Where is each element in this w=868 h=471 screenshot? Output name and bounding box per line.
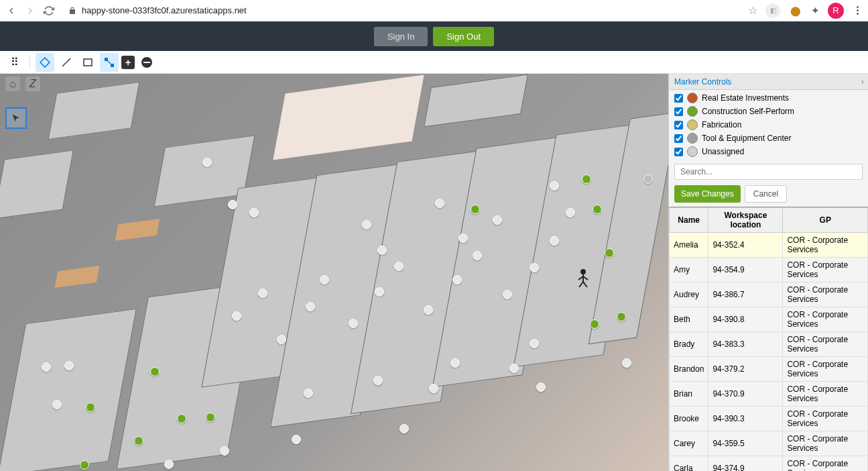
table-row[interactable]: Brandon 94-379.2 COR - Corporate Service… <box>670 357 868 382</box>
legend-dot <box>687 106 698 117</box>
col-name[interactable]: Name <box>670 208 708 233</box>
chrome-menu-icon[interactable] <box>852 5 863 16</box>
cell-name: Amy <box>670 258 708 282</box>
legend-row: Construction Self-Perform <box>674 105 863 118</box>
people-table[interactable]: Name Workspace location GP Amelia 94-352… <box>669 207 868 471</box>
table-row[interactable]: Beth 94-390.8 COR - Corporate Services <box>670 307 868 332</box>
legend-dot <box>687 119 698 130</box>
sign-in-button[interactable]: Sign In <box>374 27 428 46</box>
table-row[interactable]: Amy 94-354.9 COR - Corporate Services <box>670 258 868 282</box>
add-tool[interactable]: + <box>121 56 135 69</box>
cell-gp: COR - Corporate Services <box>783 456 868 472</box>
cell-gp: COR - Corporate Services <box>783 407 868 431</box>
cell-name: Brady <box>670 332 708 357</box>
legend-label: Tool & Equipment Center <box>702 134 791 143</box>
legend-row: Real Estate Investments <box>674 91 863 105</box>
profile-avatar[interactable]: R <box>828 3 844 19</box>
cell-gp: COR - Corporate Services <box>783 258 868 282</box>
person-marker[interactable] <box>576 268 590 287</box>
connect-tool[interactable] <box>100 53 119 72</box>
address-bar[interactable]: happy-stone-033f3fc0f.azurestaticapps.ne… <box>62 3 741 18</box>
legend-label: Real Estate Investments <box>702 93 789 103</box>
ext-icon-1[interactable]: ◧ <box>765 3 780 18</box>
cell-workspace: 94-386.7 <box>708 282 783 307</box>
cell-workspace: 94-390.3 <box>708 407 783 431</box>
cell-name: Amelia <box>670 233 708 258</box>
cell-name: Carla <box>670 456 708 472</box>
table-row[interactable]: Carla 94-374.9 COR - Corporate Services <box>670 456 868 472</box>
cell-gp: COR - Corporate Services <box>783 282 868 307</box>
cell-gp: COR - Corporate Services <box>783 307 868 332</box>
svg-line-10 <box>583 276 588 280</box>
cell-gp: COR - Corporate Services <box>783 332 868 357</box>
back-button[interactable] <box>5 5 17 17</box>
panel-tab-label: Marker Controls <box>674 77 731 87</box>
svg-rect-6 <box>143 62 150 63</box>
cell-name: Brian <box>670 382 708 407</box>
svg-rect-2 <box>105 58 108 61</box>
cell-workspace: 94-370.9 <box>708 382 783 407</box>
legend-dot <box>687 93 698 103</box>
sign-out-button[interactable]: Sign Out <box>433 27 494 46</box>
svg-line-4 <box>108 61 111 64</box>
legend-checkbox[interactable] <box>674 134 683 143</box>
cell-workspace: 94-379.2 <box>708 357 783 382</box>
extension-icons: ☆ ◧ ⬤ ✦ R <box>748 3 863 19</box>
svg-line-9 <box>578 276 583 280</box>
app-header: Sign In Sign Out <box>0 21 868 51</box>
extensions-icon[interactable]: ✦ <box>811 5 820 17</box>
chevron-right-icon[interactable]: › <box>861 77 864 87</box>
col-workspace[interactable]: Workspace location <box>708 208 783 233</box>
ext-icon-2[interactable]: ⬤ <box>788 3 803 18</box>
line-tool[interactable] <box>57 53 76 72</box>
save-button[interactable]: Save Changes <box>674 185 741 203</box>
cell-gp: COR - Corporate Services <box>783 431 868 456</box>
legend-checkbox[interactable] <box>674 148 683 156</box>
cell-workspace: 94-359.5 <box>708 431 783 456</box>
col-gp[interactable]: GP <box>783 208 868 233</box>
legend-label: Fabrication <box>702 120 741 129</box>
table-row[interactable]: Brooke 94-390.3 COR - Corporate Services <box>670 407 868 431</box>
legend-row: Unassigned <box>674 145 863 158</box>
reload-button[interactable] <box>43 5 55 17</box>
legend-checkbox[interactable] <box>674 121 683 129</box>
table-row[interactable]: Carey 94-359.5 COR - Corporate Services <box>670 431 868 456</box>
cell-name: Carey <box>670 431 708 456</box>
cell-workspace: 94-390.8 <box>708 307 783 332</box>
model-viewer[interactable]: ⌂ Z <box>0 74 668 471</box>
search-input[interactable] <box>674 164 863 180</box>
table-row[interactable]: Brian 94-370.9 COR - Corporate Services <box>670 382 868 407</box>
svg-line-11 <box>579 282 583 287</box>
floorplan <box>0 74 668 471</box>
cell-gp: COR - Corporate Services <box>783 382 868 407</box>
cell-workspace: 94-352.4 <box>708 233 783 258</box>
browser-chrome: happy-stone-033f3fc0f.azurestaticapps.ne… <box>0 0 868 21</box>
table-row[interactable]: Audrey 94-386.7 COR - Corporate Services <box>670 282 868 307</box>
remove-tool[interactable] <box>137 53 156 72</box>
axis-icon[interactable]: Z <box>25 76 40 91</box>
star-icon[interactable]: ☆ <box>748 4 757 17</box>
legend-checkbox[interactable] <box>674 94 683 103</box>
cancel-button[interactable]: Cancel <box>745 185 787 203</box>
table-row[interactable]: Amelia 94-352.4 COR - Corporate Services <box>670 233 868 258</box>
cell-name: Brooke <box>670 407 708 431</box>
panel-tab[interactable]: Marker Controls › <box>669 74 868 90</box>
drawing-toolbar: ⠿ + <box>0 51 868 74</box>
legend-dot <box>687 146 698 157</box>
marker-controls-panel: Marker Controls › Real Estate Investment… <box>668 74 868 471</box>
forward-button[interactable] <box>24 5 36 17</box>
legend-checkbox[interactable] <box>674 107 683 116</box>
url-text: happy-stone-033f3fc0f.azurestaticapps.ne… <box>82 5 247 15</box>
legend-label: Construction Self-Perform <box>702 107 794 116</box>
cell-name: Brandon <box>670 357 708 382</box>
cell-workspace: 94-383.3 <box>708 332 783 357</box>
table-row[interactable]: Brady 94-383.3 COR - Corporate Services <box>670 332 868 357</box>
svg-point-7 <box>580 269 586 274</box>
rect-tool[interactable] <box>78 53 97 72</box>
workspace: ⌂ Z <box>0 74 868 471</box>
home-icon[interactable]: ⌂ <box>5 76 20 91</box>
grip-icon[interactable]: ⠿ <box>5 53 24 72</box>
svg-rect-3 <box>111 64 114 67</box>
legend-label: Unassigned <box>702 147 744 156</box>
marker-tool[interactable] <box>36 53 54 72</box>
